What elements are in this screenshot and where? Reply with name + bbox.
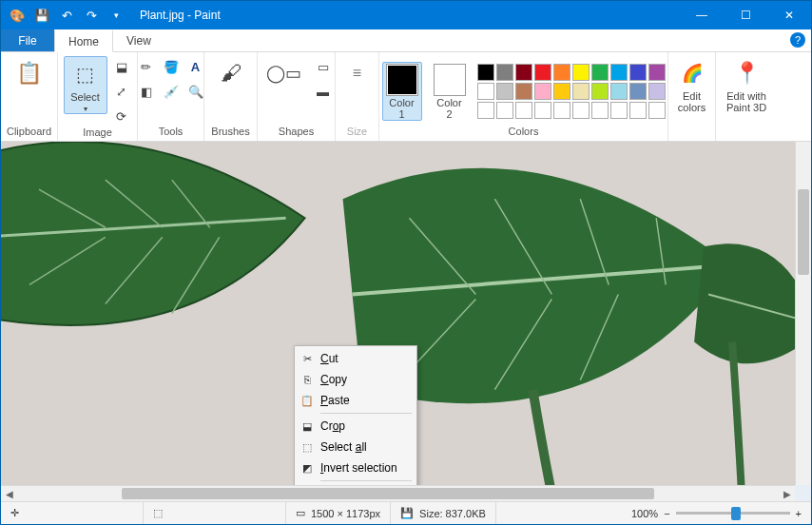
edit-colors-icon: 🌈 [677,58,707,88]
fill-icon[interactable]: 🪣 [161,56,182,77]
qat-dropdown-icon[interactable]: ▾ [106,5,126,26]
menu-paste[interactable]: 📋Paste [296,390,416,411]
help-icon[interactable]: ? [790,32,805,48]
palette-swatch[interactable] [572,83,590,100]
menu-copy[interactable]: ⎘Copy [296,369,416,390]
outline-icon[interactable]: ▭ [313,56,334,77]
brushes-label: Brushes [211,126,249,139]
select-button[interactable]: ⬚ Select ▾ [64,56,107,114]
tab-row: File Home View ? [1,29,811,52]
tab-view[interactable]: View [113,29,164,51]
picker-icon[interactable]: 💉 [161,81,182,102]
clipboard-button[interactable]: 📋 [5,56,54,88]
palette-swatch[interactable] [648,64,666,81]
scroll-right-icon[interactable]: ▶ [779,486,795,502]
palette-swatch[interactable] [477,64,494,81]
undo-icon[interactable]: ↶ [56,5,77,26]
palette-swatch-empty[interactable] [496,102,513,119]
color2-button[interactable]: Color 2 [430,63,470,120]
edit-colors-button[interactable]: 🌈 Edit colors [667,56,717,113]
rotate-icon[interactable]: ⟳ [111,106,132,126]
brush-icon: 🖌 [216,58,246,88]
group-edit-colors: 🌈 Edit colors [668,52,716,141]
palette-swatch[interactable] [496,64,513,81]
palette-swatch[interactable] [553,64,570,81]
palette-swatch[interactable] [515,64,532,81]
palette-swatch[interactable] [629,64,647,81]
palette-swatch[interactable] [572,64,590,81]
scrollbar-vertical[interactable] [795,142,811,485]
file-menu[interactable]: File [1,29,54,51]
paint-app-icon[interactable]: 🎨 [7,5,28,26]
ribbon: 📋 Clipboard ⬚ Select ▾ ⬓ ⤢ ⟳ Image [1,52,811,142]
palette-swatch[interactable] [477,83,494,100]
menu-select-all[interactable]: ⬚Select all [296,437,416,457]
menu-crop[interactable]: ⬓Crop [296,416,416,437]
palette-swatch[interactable] [496,83,513,100]
colors-label: Colors [509,126,539,139]
scrollbar-horizontal[interactable]: ◀ ▶ [1,485,795,501]
pencil-icon[interactable]: ✏ [136,56,157,77]
palette-swatch-empty[interactable] [477,102,494,119]
palette-swatch[interactable] [553,83,570,100]
group-clipboard: 📋 Clipboard [1,52,58,141]
resize-icon[interactable]: ⤢ [111,81,132,102]
paint-window: 🎨 💾 ↶ ↷ ▾ Plant.jpg - Paint — ☐ ✕ File H… [0,0,812,525]
palette-swatch[interactable] [591,83,609,100]
zoom-icon[interactable]: 🔍 [185,81,206,102]
status-filesize: 💾 Size: 837.0KB [391,502,496,524]
zoom-slider[interactable] [676,512,790,515]
save-icon[interactable]: 💾 [31,5,52,26]
palette-swatch-empty[interactable] [553,102,570,119]
palette-swatch[interactable] [648,83,666,100]
eraser-icon[interactable]: ◧ [136,81,157,102]
redo-icon[interactable]: ↷ [81,5,102,26]
scroll-thumb-v[interactable] [798,189,809,275]
scroll-left-icon[interactable]: ◀ [1,486,17,502]
shapes-button[interactable]: ◯▭ [260,56,309,88]
palette-swatch[interactable] [534,83,551,100]
zoom-out-button[interactable]: − [664,508,669,519]
palette-swatch[interactable] [591,64,609,81]
tab-home[interactable]: Home [54,29,113,52]
minimize-button[interactable]: — [680,1,724,29]
size-button[interactable]: ≡ [333,56,382,88]
brushes-button[interactable]: 🖌 [206,56,256,88]
status-position: ✛ [1,502,144,524]
color1-button[interactable]: Color 1 [382,62,422,121]
palette-swatch-empty[interactable] [534,102,551,119]
palette-swatch[interactable] [610,83,628,100]
group-size: ≡ Size [336,52,379,141]
close-button[interactable]: ✕ [767,1,811,29]
paste-icon: 📋 [300,393,315,408]
scroll-thumb-h[interactable] [122,488,654,499]
position-icon: ✛ [10,507,19,519]
palette-swatch-empty[interactable] [629,102,647,119]
tools-label: Tools [159,126,184,139]
palette-swatch-empty[interactable] [572,102,590,119]
shapes-label: Shapes [279,126,314,139]
palette-swatch-empty[interactable] [515,102,532,119]
group-brushes: 🖌 Brushes [204,52,258,141]
palette-swatch[interactable] [534,64,551,81]
palette-swatch-empty[interactable] [610,102,628,119]
crop-icon[interactable]: ⬓ [111,56,132,77]
size-icon: ≡ [342,58,373,88]
zoom-knob[interactable] [731,507,741,520]
maximize-button[interactable]: ☐ [724,1,767,29]
palette-swatch[interactable] [629,83,647,100]
palette-swatch-empty[interactable] [648,102,666,119]
menu-cut[interactable]: ✂Cut [296,348,416,369]
fill-shape-icon[interactable]: ▬ [313,81,334,102]
palette-swatch[interactable] [515,83,532,100]
menu-invert-selection[interactable]: ◩Invert selection [296,457,416,478]
size-label: Size [347,126,367,139]
copy-icon: ⎘ [300,372,315,387]
color2-swatch [435,65,465,95]
palette-swatch-empty[interactable] [591,102,609,119]
text-icon[interactable]: A [185,56,206,77]
palette-swatch[interactable] [610,64,628,81]
paint3d-button[interactable]: 📍 Edit with Paint 3D [719,56,774,113]
zoom-in-button[interactable]: + [796,508,802,519]
invert-selection-icon: ◩ [300,460,315,476]
